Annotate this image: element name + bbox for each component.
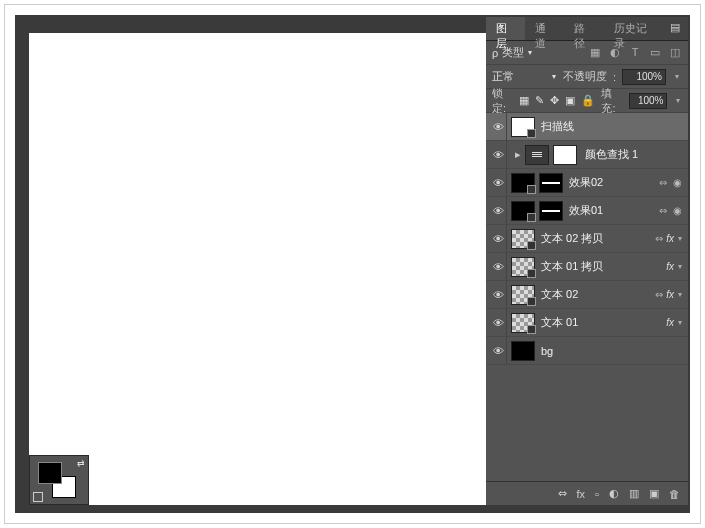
layer-name[interactable]: 文本 01 拷贝 — [539, 259, 666, 274]
folder-icon[interactable]: ▸ — [511, 148, 525, 162]
layer-style-icon[interactable]: fx — [577, 488, 586, 500]
layer-thumbnail[interactable] — [511, 313, 535, 333]
layer-row[interactable]: 👁效果02⇔◉ — [486, 169, 688, 197]
visibility-eye-icon[interactable]: 👁 — [490, 317, 506, 329]
fx-expand-icon[interactable]: ▾ — [678, 318, 682, 327]
add-mask-icon[interactable]: ▫ — [595, 488, 599, 500]
layer-name[interactable]: 文本 02 — [539, 287, 652, 302]
layer-mask-thumbnail[interactable] — [539, 201, 563, 221]
link-indicator-icon: ⇔ — [656, 205, 670, 216]
lock-label: 锁定: — [492, 86, 513, 116]
foreground-color-swatch[interactable] — [38, 462, 62, 484]
layer-row[interactable]: 👁文本 01 拷贝fx▾ — [486, 253, 688, 281]
layer-name[interactable]: 扫描线 — [539, 119, 684, 134]
link-indicator-icon: ⇔ — [656, 177, 670, 188]
layer-filter-row: ρ 类型 ▾ ▦ ◐ T ▭ ◫ — [486, 41, 688, 65]
visibility-eye-icon[interactable]: 👁 — [490, 345, 506, 357]
lock-brush-icon[interactable]: ✎ — [535, 94, 544, 107]
layer-row[interactable]: 👁扫描线 — [486, 113, 688, 141]
panel-menu-icon[interactable]: ▤ — [662, 17, 688, 40]
link-layers-icon[interactable]: ⇔ — [558, 487, 567, 500]
default-colors-icon[interactable] — [33, 492, 43, 502]
layer-thumbnail[interactable] — [511, 257, 535, 277]
layer-name[interactable]: 文本 02 拷贝 — [539, 231, 652, 246]
document-canvas[interactable] — [29, 33, 491, 505]
visibility-eye-icon[interactable]: 👁 — [490, 289, 506, 301]
layer-name[interactable]: 颜色查找 1 — [583, 147, 684, 162]
layer-mask-thumbnail[interactable] — [539, 173, 563, 193]
lock-position-icon[interactable]: ✥ — [550, 94, 559, 107]
color-swatches[interactable]: ⇄ — [29, 455, 89, 505]
layer-row[interactable]: 👁效果01⇔◉ — [486, 197, 688, 225]
fx-badge: fx — [666, 289, 674, 300]
layer-name[interactable]: 文本 01 — [539, 315, 666, 330]
blend-mode-dropdown[interactable]: 正常 ▾ — [492, 69, 556, 84]
tab-channels[interactable]: 通道 — [525, 17, 564, 40]
visibility-eye-icon[interactable]: 👁 — [490, 261, 506, 273]
lock-row: 锁定: ▦ ✎ ✥ ▣ 🔒 填充: 100% ▾ — [486, 89, 688, 113]
panel-tabs: 图层 通道 路径 历史记录 ▤ — [486, 17, 688, 41]
layer-row[interactable]: 👁▸颜色查找 1 — [486, 141, 688, 169]
tab-paths[interactable]: 路径 — [564, 17, 603, 40]
new-adjustment-icon[interactable]: ◐ — [609, 487, 619, 500]
filter-text-icon[interactable]: T — [628, 46, 642, 59]
layers-list: 👁扫描线👁▸颜色查找 1👁效果02⇔◉👁效果01⇔◉👁文本 02 拷贝⇔fx▾👁… — [486, 113, 688, 481]
fx-badge: fx — [666, 317, 674, 328]
layer-name[interactable]: 效果01 — [567, 203, 656, 218]
layer-row[interactable]: 👁文本 02⇔fx▾ — [486, 281, 688, 309]
filter-label: 类型 — [502, 45, 524, 60]
visibility-eye-icon[interactable]: 👁 — [490, 177, 506, 189]
fill-input[interactable]: 100% — [629, 93, 668, 109]
layer-thumbnail[interactable] — [511, 229, 535, 249]
lock-artboard-icon[interactable]: ▣ — [565, 94, 575, 107]
blend-row: 正常 ▾ 不透明度 : 100% ▾ — [486, 65, 688, 89]
chevron-down-icon: ▾ — [528, 48, 532, 57]
layer-thumbnail[interactable] — [511, 173, 535, 193]
tab-layers[interactable]: 图层 — [486, 17, 525, 40]
blend-mode-value: 正常 — [492, 69, 514, 84]
new-group-icon[interactable]: ▥ — [629, 487, 639, 500]
layers-panel: 图层 通道 路径 历史记录 ▤ ρ 类型 ▾ ▦ ◐ T ▭ ◫ — [486, 17, 688, 505]
layer-thumbnail[interactable] — [511, 201, 535, 221]
visibility-eye-icon[interactable]: 👁 — [490, 121, 506, 133]
opacity-input[interactable]: 100% — [622, 69, 666, 85]
layer-row[interactable]: 👁文本 02 拷贝⇔fx▾ — [486, 225, 688, 253]
layer-thumbnail[interactable] — [511, 285, 535, 305]
delete-layer-icon[interactable]: 🗑 — [669, 488, 680, 500]
layer-row[interactable]: 👁bg — [486, 337, 688, 365]
swap-colors-icon[interactable]: ⇄ — [77, 458, 85, 468]
visibility-eye-icon[interactable]: 👁 — [490, 205, 506, 217]
lock-all-icon[interactable]: 🔒 — [581, 94, 595, 107]
fx-badge: fx — [666, 233, 674, 244]
fill-label: 填充: — [601, 86, 622, 116]
link-indicator-icon: ⇔ — [652, 233, 666, 244]
layer-thumbnail[interactable] — [511, 341, 535, 361]
link-indicator-icon: ⇔ — [652, 289, 666, 300]
layer-mask-thumbnail[interactable] — [553, 145, 577, 165]
filter-shape-icon[interactable]: ▭ — [648, 46, 662, 59]
chevron-down-icon[interactable]: ▾ — [673, 96, 682, 105]
new-layer-icon[interactable]: ▣ — [649, 487, 659, 500]
fx-expand-icon[interactable]: ▾ — [678, 290, 682, 299]
visibility-eye-icon[interactable]: 👁 — [490, 233, 506, 245]
filter-type-dropdown[interactable]: ρ 类型 ▾ — [492, 45, 532, 60]
visibility-eye-icon[interactable]: 👁 — [490, 149, 506, 161]
tab-history[interactable]: 历史记录 — [604, 17, 662, 40]
layer-name[interactable]: bg — [539, 345, 684, 357]
chevron-down-icon: ▾ — [552, 72, 556, 81]
chevron-down-icon[interactable]: ▾ — [672, 72, 682, 81]
fx-badge: fx — [666, 261, 674, 272]
layers-bottom-bar: ⇔ fx ▫ ◐ ▥ ▣ 🗑 — [486, 481, 688, 505]
layer-row[interactable]: 👁文本 01fx▾ — [486, 309, 688, 337]
filter-smart-icon[interactable]: ◫ — [668, 46, 682, 59]
layer-thumbnail[interactable] — [525, 145, 549, 165]
lock-pixels-icon[interactable]: ▦ — [519, 94, 529, 107]
layer-name[interactable]: 效果02 — [567, 175, 656, 190]
layer-thumbnail[interactable] — [511, 117, 535, 137]
filter-pixel-icon[interactable]: ▦ — [588, 46, 602, 59]
app-window: ⇄ 图层 通道 路径 历史记录 ▤ ρ 类型 ▾ ▦ ◐ — [15, 15, 690, 513]
filter-adjustment-icon[interactable]: ◐ — [608, 46, 622, 59]
filter-prefix: ρ — [492, 47, 498, 59]
fx-expand-icon[interactable]: ▾ — [678, 262, 682, 271]
fx-expand-icon[interactable]: ▾ — [678, 234, 682, 243]
